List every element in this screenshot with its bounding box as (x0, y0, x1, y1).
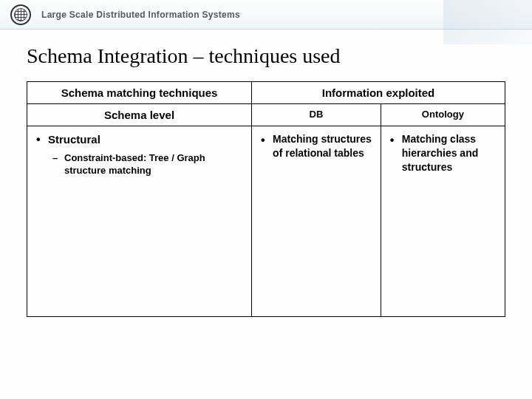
col-header-db: DB (252, 104, 381, 126)
db-item: Matching structures of relational tables (259, 132, 373, 160)
cell-db: Matching structures of relational tables (252, 126, 381, 317)
col-header-level: Schema level (27, 104, 252, 126)
technique-item: Structural Constraint-based: Tree / Grap… (35, 132, 244, 177)
table-header-row-2: Schema level DB Ontology (27, 104, 505, 126)
techniques-table: Schema matching techniques Information e… (27, 81, 505, 317)
cell-ontology: Matching class hierarchies and structure… (381, 126, 505, 317)
lsdis-logo-icon (10, 4, 31, 25)
col-header-techniques: Schema matching techniques (27, 82, 252, 104)
ontology-item: Matching class hierarchies and structure… (389, 132, 497, 174)
col-header-info: Information exploited (252, 82, 505, 104)
technique-sub-item: Constraint-based: Tree / Graph structure… (52, 151, 244, 177)
table-row: Structural Constraint-based: Tree / Grap… (27, 126, 505, 317)
cell-technique: Structural Constraint-based: Tree / Grap… (27, 126, 252, 317)
slide-body: Schema Integration – techniques used Sch… (0, 30, 532, 324)
brand-text: Large Scale Distributed Information Syst… (41, 10, 240, 20)
slide-title: Schema Integration – techniques used (27, 44, 505, 68)
table-header-row-1: Schema matching techniques Information e… (27, 82, 505, 104)
slide-header: Large Scale Distributed Information Syst… (0, 0, 532, 30)
col-header-ontology: Ontology (381, 104, 505, 126)
technique-label: Structural (48, 133, 100, 146)
